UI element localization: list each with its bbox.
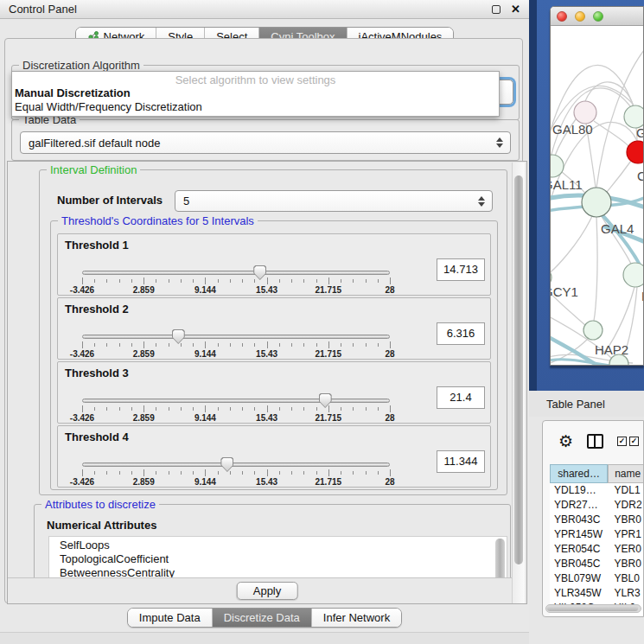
table-horizontal-scrollbar[interactable] — [545, 604, 641, 613]
attribute-item[interactable]: BetweennessCentrality — [60, 566, 507, 578]
minimize-traffic-light-icon[interactable] — [575, 11, 585, 22]
control-panel-window: Control Panel ✕ Network Style Select Cyn… — [0, 0, 529, 644]
table-cell: YBR043C — [550, 513, 609, 527]
network-node[interactable] — [627, 141, 643, 163]
tick-mark — [181, 407, 182, 411]
tick-mark — [230, 343, 231, 347]
apply-button[interactable]: Apply — [237, 582, 298, 600]
scrollbar-thumb[interactable] — [514, 175, 523, 564]
table-row[interactable]: YBR043CYBR0 — [550, 513, 644, 527]
table-row[interactable]: YBR045CYBR0 — [550, 557, 644, 571]
float-window-icon[interactable] — [492, 5, 501, 14]
algorithm-option-equal-width[interactable]: Equal Width/Frequency Discretization — [12, 100, 499, 114]
node-label: GAL4 — [601, 221, 634, 236]
attribute-item[interactable]: TopologicalCoefficient — [60, 552, 507, 566]
slider-ticks — [82, 405, 390, 413]
table-row[interactable]: YPR145WYPR1 — [550, 527, 644, 542]
column-header-shared-name[interactable]: shared… — [550, 464, 608, 483]
threshold-1-value-field[interactable]: 14.713 — [437, 258, 485, 281]
network-canvas[interactable]: GAL80G.CGAL11GAL4GCY1HHAP2 — [551, 26, 643, 366]
panel-splitter[interactable] — [529, 0, 537, 391]
threshold-2-slider[interactable] — [82, 335, 390, 339]
tick-mark — [378, 279, 379, 283]
tick-mark — [218, 343, 219, 347]
discretization-algorithm-group-title: Discretization Algorithm — [19, 59, 143, 72]
close-icon[interactable]: ✕ — [511, 5, 520, 14]
network-node[interactable] — [623, 263, 643, 287]
network-edge[interactable] — [551, 216, 592, 275]
tick-mark — [106, 471, 107, 475]
network-edge[interactable] — [585, 82, 634, 106]
tab-impute-data[interactable]: Impute Data — [128, 609, 213, 627]
table-row[interactable]: YLR345WYLR3 — [550, 586, 644, 601]
threshold-3-slider[interactable] — [82, 399, 390, 403]
table-cell: YDR27… — [550, 498, 609, 513]
list-scrollbar[interactable] — [495, 539, 505, 578]
tick-mark — [341, 471, 341, 475]
tick-mark — [390, 277, 391, 284]
threshold-4-value-field[interactable]: 11.344 — [437, 450, 485, 473]
tab-discretize-data[interactable]: Discretize Data — [213, 609, 312, 627]
node-label: C — [637, 169, 643, 183]
threshold-1-slider[interactable] — [82, 271, 390, 275]
tick-mark — [193, 343, 194, 347]
network-edge[interactable] — [594, 217, 597, 321]
tick-mark — [169, 407, 169, 411]
split-columns-icon[interactable] — [587, 434, 603, 449]
gear-icon[interactable]: ⚙ — [558, 433, 573, 450]
network-node[interactable] — [583, 321, 603, 340]
threshold-4-slider[interactable] — [82, 462, 390, 467]
slider-tick-labels: -3.4262.8599.14415.4321.71528 — [82, 413, 390, 423]
tick-mark — [205, 341, 206, 348]
table-data-combobox[interactable]: galFiltered.sif default node — [20, 131, 511, 154]
attribute-item[interactable]: SelfLoops — [60, 539, 507, 552]
tab-impute-data-label: Impute Data — [139, 611, 201, 624]
control-panel-titlebar: Control Panel ✕ — [0, 0, 529, 19]
network-edge[interactable] — [604, 161, 631, 195]
number-of-intervals-combobox[interactable]: 5 — [175, 190, 493, 212]
tick-mark — [119, 407, 120, 411]
tick-label: 15.43 — [256, 285, 277, 295]
tick-mark — [242, 343, 243, 347]
numerical-attributes-list[interactable]: SelfLoopsTopologicalCoefficientBetweenne… — [48, 536, 507, 578]
tick-mark — [316, 471, 317, 475]
zoom-traffic-light-icon[interactable] — [593, 11, 603, 22]
table-row[interactable]: YDL19…YDL1 — [550, 483, 644, 498]
bottom-tab-bar: Impute Data Discretize Data Infer Networ… — [0, 608, 529, 628]
threshold-3-value-field[interactable]: 21.4 — [437, 386, 485, 409]
tick-mark — [254, 471, 255, 475]
select-columns-icon[interactable]: ✓ ✓ — [617, 437, 639, 446]
algorithm-option-manual[interactable]: Manual Discretization — [12, 86, 499, 100]
tick-mark — [353, 279, 354, 283]
close-traffic-light-icon[interactable] — [557, 11, 567, 22]
algorithm-dropdown-popup: Select algorithm to view settings Manual… — [11, 71, 500, 117]
network-node[interactable] — [574, 101, 596, 124]
tab-infer-network[interactable]: Infer Network — [312, 609, 401, 627]
threshold-2-value-field[interactable]: 6.316 — [437, 322, 485, 345]
tick-mark — [205, 469, 206, 476]
tick-mark — [169, 279, 169, 283]
tick-mark — [205, 277, 206, 284]
panel-vertical-scrollbar[interactable] — [512, 163, 525, 603]
tick-mark — [218, 407, 219, 411]
table-row[interactable]: YDR27…YDR2 — [550, 498, 644, 513]
network-node[interactable] — [582, 188, 611, 217]
tick-mark — [254, 279, 255, 283]
tick-mark — [279, 279, 280, 283]
scrollbar-thumb[interactable] — [547, 606, 638, 611]
interval-definition-title: Interval Definition — [47, 163, 140, 176]
table-header-row: shared… name — [550, 464, 644, 483]
tick-mark — [267, 405, 268, 412]
column-header-name[interactable]: name — [608, 464, 644, 483]
network-node[interactable] — [551, 155, 564, 177]
tick-label: -3.426 — [70, 477, 94, 487]
tick-mark — [131, 407, 132, 411]
table-row[interactable]: YBL079WYBL0 — [550, 571, 644, 586]
tick-mark — [328, 469, 329, 476]
table-row[interactable]: YER054CYER0 — [550, 542, 644, 557]
tick-mark — [303, 279, 304, 283]
threshold-4-label: Threshold 4 — [65, 430, 129, 443]
threshold-1-label: Threshold 1 — [65, 239, 129, 252]
threshold-1-block: Threshold 1 -3.4262.8599.14415.4321.7152… — [57, 233, 491, 296]
tick-label: 2.859 — [133, 349, 155, 359]
